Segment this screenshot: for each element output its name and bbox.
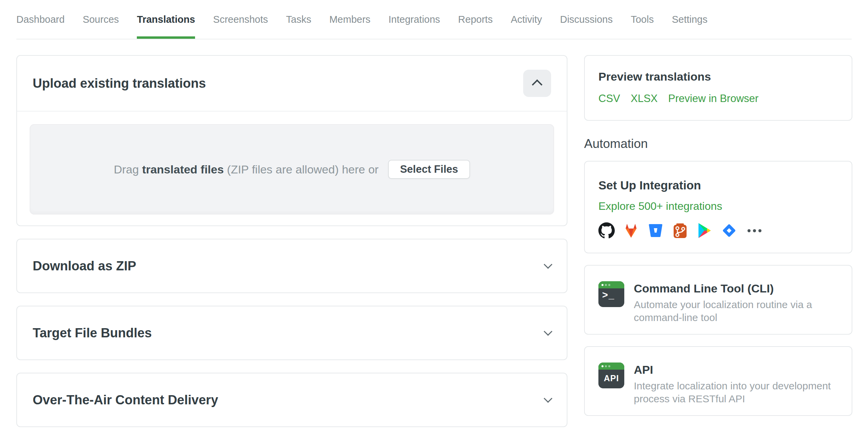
tab-tools[interactable]: Tools: [631, 0, 654, 39]
explore-integrations-link[interactable]: Explore 500+ integrations: [598, 200, 838, 213]
section-card-download-as-zip[interactable]: Download as ZIP: [16, 239, 567, 293]
tab-reports[interactable]: Reports: [458, 0, 493, 39]
chevron-up-icon: [532, 79, 542, 90]
tool-card-title: Command Line Tool (CLI): [634, 282, 831, 295]
terminal-icon-text: API: [598, 370, 624, 383]
preview-link-csv[interactable]: CSV: [598, 92, 620, 105]
integration-icons: [598, 222, 838, 239]
tab-discussions[interactable]: Discussions: [560, 0, 613, 39]
tab-sources[interactable]: Sources: [83, 0, 119, 39]
tool-card-title: API: [634, 363, 831, 376]
set-up-integration-card[interactable]: Set Up Integration Explore 500+ integrat…: [584, 161, 852, 253]
upload-card-body: Drag translated files (ZIP files are all…: [17, 112, 567, 227]
tab-members[interactable]: Members: [329, 0, 370, 39]
bitbucket-icon: [647, 222, 664, 239]
command-line-tool-cli-card[interactable]: >_Command Line Tool (CLI)Automate your l…: [584, 265, 852, 335]
dropzone-hint-suffix: (ZIP files are allowed) here or: [227, 163, 379, 176]
preview-links: CSVXLSXPreview in Browser: [598, 92, 838, 105]
github-icon: [598, 222, 615, 239]
google-play-icon: [696, 222, 713, 239]
tab-activity[interactable]: Activity: [511, 0, 542, 39]
preview-translations-card: Preview translations CSVXLSXPreview in B…: [584, 55, 852, 121]
tab-screenshots[interactable]: Screenshots: [213, 0, 268, 39]
dropzone-hint-highlight: translated files: [142, 163, 224, 176]
dropzone-hint-prefix: Drag: [114, 163, 139, 176]
upload-card-title: Upload existing translations: [33, 76, 206, 91]
tool-card-description: Integrate localization into your develop…: [634, 380, 831, 405]
chevron-down-icon: [544, 394, 552, 403]
gitlab-icon: [623, 222, 639, 239]
tab-translations[interactable]: Translations: [137, 0, 195, 39]
collapsed-sections: Download as ZIPTarget File BundlesOver-T…: [16, 239, 567, 427]
project-tabs: DashboardSourcesTranslationsScreenshotsT…: [16, 0, 852, 39]
terminal-icon-text: >_: [598, 288, 624, 301]
file-dropzone[interactable]: Drag translated files (ZIP files are all…: [30, 124, 554, 215]
preview-translations-title: Preview translations: [598, 70, 838, 83]
upload-existing-translations-card: Upload existing translations Drag transl…: [16, 55, 567, 226]
section-title: Target File Bundles: [33, 326, 152, 340]
terminal-titlebar: [598, 363, 624, 370]
jira-icon: [721, 222, 737, 239]
terminal-cli-icon: >_: [598, 281, 624, 307]
preview-link-xlsx[interactable]: XLSX: [631, 92, 658, 105]
preview-link-preview-in-browser[interactable]: Preview in Browser: [668, 92, 758, 105]
terminal-titlebar: [598, 281, 624, 288]
tool-card-description: Automate your localization routine via a…: [634, 298, 831, 324]
translations-main-column: Upload existing translations Drag transl…: [16, 39, 567, 427]
dropzone-hint-text: Drag translated files (ZIP files are all…: [114, 163, 379, 176]
tab-dashboard[interactable]: Dashboard: [16, 0, 65, 39]
terminal-api-icon: API: [598, 363, 624, 388]
tab-integrations[interactable]: Integrations: [388, 0, 440, 39]
chevron-down-icon: [544, 327, 552, 336]
tab-tasks[interactable]: Tasks: [286, 0, 311, 39]
api-card[interactable]: APIAPIIntegrate localization into your d…: [584, 346, 852, 416]
more-icon[interactable]: [748, 229, 761, 232]
section-title: Over-The-Air Content Delivery: [33, 393, 218, 407]
git-icon: [672, 222, 688, 239]
section-card-over-the-air-content-delivery[interactable]: Over-The-Air Content Delivery: [16, 373, 567, 427]
set-up-integration-title: Set Up Integration: [598, 179, 838, 192]
section-card-target-file-bundles[interactable]: Target File Bundles: [16, 306, 567, 360]
tab-settings[interactable]: Settings: [672, 0, 708, 39]
chevron-down-icon: [544, 260, 552, 269]
page-content: Upload existing translations Drag transl…: [0, 39, 868, 427]
select-files-button[interactable]: Select Files: [388, 160, 470, 179]
automation-tool-cards: >_Command Line Tool (CLI)Automate your l…: [584, 265, 852, 416]
collapse-upload-button[interactable]: [523, 70, 551, 97]
automation-heading: Automation: [584, 137, 852, 151]
upload-card-header: Upload existing translations: [17, 56, 567, 112]
tool-card-text: Command Line Tool (CLI)Automate your loc…: [634, 281, 831, 334]
section-title: Download as ZIP: [33, 259, 136, 273]
tool-card-text: APIIntegrate localization into your deve…: [634, 363, 831, 415]
translations-sidebar: Preview translations CSVXLSXPreview in B…: [584, 39, 852, 427]
